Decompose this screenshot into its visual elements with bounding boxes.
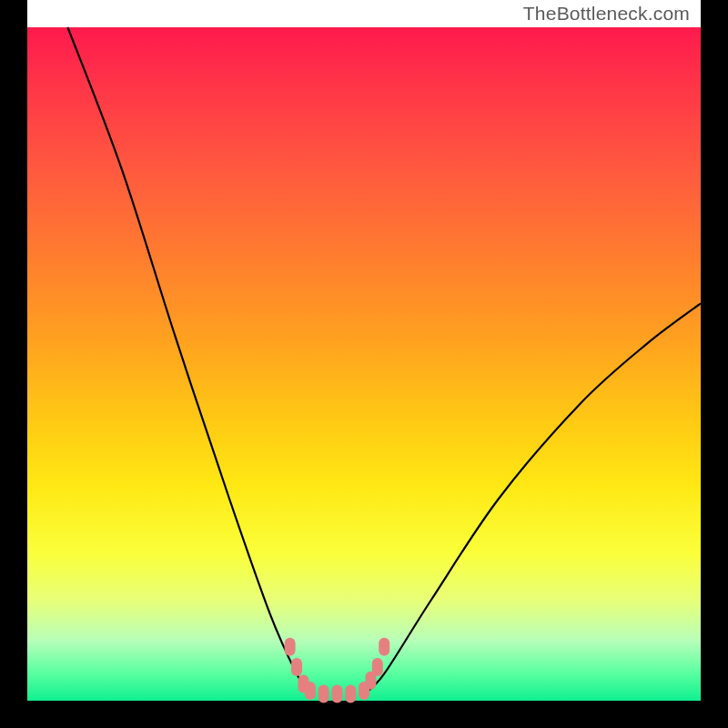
chart-frame: TheBottleneck.com: [0, 0, 728, 728]
marker-dot: [318, 685, 329, 703]
marker-dot: [345, 685, 356, 703]
marker-dot: [291, 658, 302, 676]
marker-dot: [285, 638, 296, 656]
marker-dot: [372, 658, 383, 676]
chart-svg: [27, 27, 701, 701]
right-curve: [364, 303, 701, 693]
marker-dot: [305, 682, 316, 700]
watermark-text: TheBottleneck.com: [523, 3, 690, 25]
left-curve: [67, 27, 309, 694]
marker-dot: [379, 638, 389, 656]
watermark-bar: TheBottleneck.com: [27, 0, 701, 27]
marker-dot: [331, 685, 342, 703]
bottom-marker-run: [285, 638, 390, 703]
